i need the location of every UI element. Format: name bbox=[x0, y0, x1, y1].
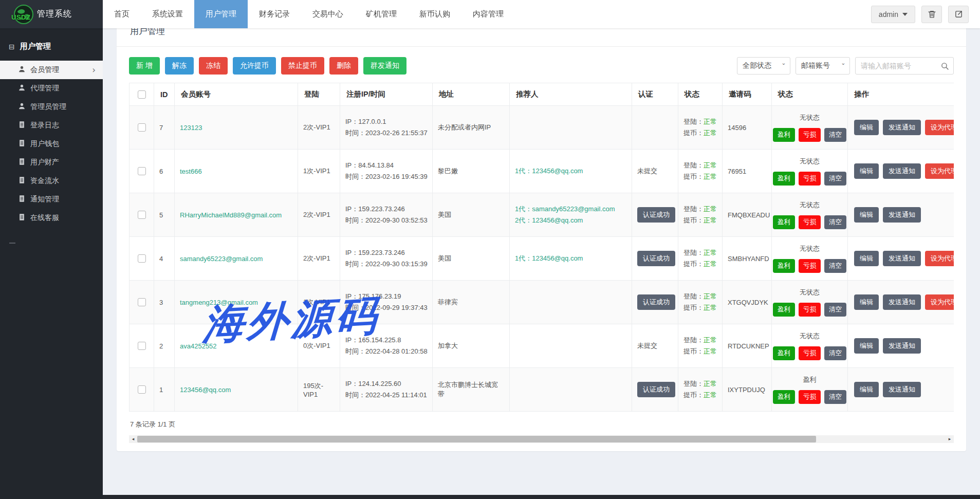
sidebar-item-1[interactable]: 代理管理 bbox=[0, 79, 103, 98]
loss-button[interactable]: 亏损 bbox=[799, 215, 821, 229]
row-checkbox[interactable] bbox=[138, 254, 146, 263]
select-all-checkbox[interactable] bbox=[138, 90, 146, 99]
edit-button[interactable]: 编辑 bbox=[854, 338, 879, 354]
nav-item-5[interactable]: 矿机管理 bbox=[355, 0, 408, 28]
auth-success-badge[interactable]: 认证成功 bbox=[637, 251, 675, 266]
send-notify-button[interactable]: 发送通知 bbox=[883, 163, 921, 179]
clear-cache-button[interactable] bbox=[921, 6, 942, 23]
set-agent-button[interactable]: 设为代理 bbox=[925, 120, 954, 135]
sidebar-item-8[interactable]: 在线客服 bbox=[0, 209, 103, 227]
admin-user-menu[interactable]: admin bbox=[871, 6, 915, 23]
scrollbar-track[interactable] bbox=[137, 435, 946, 443]
set-agent-button[interactable]: 设为代理 bbox=[925, 163, 954, 179]
toolbar-button-4[interactable]: 禁止提币 bbox=[281, 57, 324, 75]
search-input[interactable] bbox=[861, 62, 940, 70]
row-checkbox[interactable] bbox=[138, 167, 146, 175]
edit-button[interactable]: 编辑 bbox=[854, 163, 879, 179]
logout-button[interactable] bbox=[948, 6, 969, 23]
edit-button[interactable]: 编辑 bbox=[854, 120, 879, 135]
profit-button[interactable]: 盈利 bbox=[773, 303, 795, 317]
profit-button[interactable]: 盈利 bbox=[773, 259, 795, 273]
send-notify-button[interactable]: 发送通知 bbox=[883, 251, 921, 266]
sidebar-section-toggle[interactable]: ⊟ 用户管理 bbox=[0, 28, 103, 61]
profit-button[interactable]: 盈利 bbox=[773, 128, 795, 142]
member-account-link[interactable]: 123123 bbox=[180, 124, 202, 132]
sidebar-item-label: 用户钱包 bbox=[30, 139, 59, 149]
send-notify-button[interactable]: 发送通知 bbox=[883, 382, 921, 397]
set-agent-button[interactable]: 设为代理 bbox=[925, 251, 954, 266]
row-checkbox[interactable] bbox=[138, 123, 146, 132]
profit-button[interactable]: 盈利 bbox=[773, 172, 795, 186]
sidebar-item-3[interactable]: 登录日志 bbox=[0, 116, 103, 135]
sidebar-item-7[interactable]: 通知管理 bbox=[0, 190, 103, 209]
status-filter-select[interactable]: 全部状态 ˅ bbox=[737, 57, 790, 75]
nav-item-0[interactable]: 首页 bbox=[103, 0, 141, 28]
member-account-link[interactable]: test666 bbox=[180, 168, 202, 175]
loss-button[interactable]: 亏损 bbox=[799, 128, 821, 142]
set-agent-button[interactable]: 设为代理 bbox=[925, 294, 954, 310]
edit-button[interactable]: 编辑 bbox=[854, 294, 879, 310]
scroll-left-arrow-icon[interactable]: ◂ bbox=[129, 435, 137, 443]
auth-success-badge[interactable]: 认证成功 bbox=[637, 382, 675, 397]
toolbar-button-1[interactable]: 解冻 bbox=[165, 57, 194, 75]
sidebar-item-4[interactable]: 用户钱包 bbox=[0, 135, 103, 153]
edit-button[interactable]: 编辑 bbox=[854, 207, 879, 223]
profit-button[interactable]: 盈利 bbox=[773, 390, 795, 404]
member-account-link[interactable]: ava4252552 bbox=[180, 342, 217, 350]
toolbar-button-6[interactable]: 群发通知 bbox=[363, 57, 406, 75]
sidebar-item-6[interactable]: 资金流水 bbox=[0, 172, 103, 190]
profit-button[interactable]: 盈利 bbox=[773, 215, 795, 229]
auth-success-badge[interactable]: 认证成功 bbox=[637, 207, 675, 223]
toolbar-button-0[interactable]: 新 增 bbox=[129, 57, 160, 75]
send-notify-button[interactable]: 发送通知 bbox=[883, 207, 921, 223]
auth-success-badge[interactable]: 认证成功 bbox=[637, 294, 675, 310]
send-notify-button[interactable]: 发送通知 bbox=[883, 294, 921, 310]
clear-button[interactable]: 清空 bbox=[824, 303, 846, 317]
profit-button[interactable]: 盈利 bbox=[773, 346, 795, 360]
search-icon[interactable] bbox=[940, 62, 949, 70]
edit-button[interactable]: 编辑 bbox=[854, 251, 879, 266]
nav-item-3[interactable]: 财务记录 bbox=[248, 0, 301, 28]
nav-item-7[interactable]: 内容管理 bbox=[461, 0, 515, 28]
toolbar-button-5[interactable]: 删除 bbox=[329, 57, 358, 75]
loss-button[interactable]: 亏损 bbox=[799, 346, 821, 360]
clear-button[interactable]: 清空 bbox=[824, 128, 846, 142]
toolbar-button-2[interactable]: 冻结 bbox=[199, 57, 228, 75]
loss-button[interactable]: 亏损 bbox=[799, 259, 821, 273]
clear-button[interactable]: 清空 bbox=[824, 259, 846, 273]
profit-state-buttons: 盈利亏损清空 bbox=[774, 303, 845, 317]
clear-button[interactable]: 清空 bbox=[824, 390, 846, 404]
member-account-link[interactable]: tangmeng213@gmail.com bbox=[180, 299, 258, 306]
account-status: 登陆：正常提币：正常 bbox=[678, 324, 723, 368]
nav-item-1[interactable]: 系统设置 bbox=[141, 0, 194, 28]
clear-button[interactable]: 清空 bbox=[824, 346, 846, 360]
loss-button[interactable]: 亏损 bbox=[799, 303, 821, 317]
time-label: 时间： bbox=[345, 260, 365, 268]
nav-item-2[interactable]: 用户管理 bbox=[194, 0, 248, 28]
clear-button[interactable]: 清空 bbox=[824, 215, 846, 229]
sidebar-item-5[interactable]: 用户财产 bbox=[0, 153, 103, 172]
sidebar-item-2[interactable]: 管理员管理 bbox=[0, 98, 103, 116]
row-checkbox[interactable] bbox=[138, 342, 146, 350]
sidebar-item-0[interactable]: 会员管理› bbox=[0, 61, 103, 79]
member-account-link[interactable]: 123456@qq.com bbox=[180, 386, 231, 394]
member-account-link[interactable]: samandy65223@gmail.com bbox=[180, 255, 263, 263]
sidebar-item-label: 会员管理 bbox=[30, 65, 59, 75]
search-field-select[interactable]: 邮箱账号 ˅ bbox=[796, 57, 850, 75]
row-checkbox[interactable] bbox=[138, 385, 146, 394]
nav-item-6[interactable]: 新币认购 bbox=[408, 0, 461, 28]
loss-button[interactable]: 亏损 bbox=[799, 390, 821, 404]
login-count: 2次-VIP1 bbox=[298, 237, 340, 281]
scrollbar-thumb[interactable] bbox=[137, 436, 816, 442]
member-account-link[interactable]: RHarryMichaelMd889@gmail.com bbox=[180, 211, 282, 219]
scroll-right-arrow-icon[interactable]: ▸ bbox=[946, 435, 954, 443]
send-notify-button[interactable]: 发送通知 bbox=[883, 338, 921, 354]
edit-button[interactable]: 编辑 bbox=[854, 382, 879, 397]
send-notify-button[interactable]: 发送通知 bbox=[883, 120, 921, 135]
row-checkbox[interactable] bbox=[138, 298, 146, 306]
loss-button[interactable]: 亏损 bbox=[799, 172, 821, 186]
clear-button[interactable]: 清空 bbox=[824, 172, 846, 186]
toolbar-button-3[interactable]: 允许提币 bbox=[233, 57, 276, 75]
nav-item-4[interactable]: 交易中心 bbox=[301, 0, 355, 28]
row-checkbox[interactable] bbox=[138, 211, 146, 219]
